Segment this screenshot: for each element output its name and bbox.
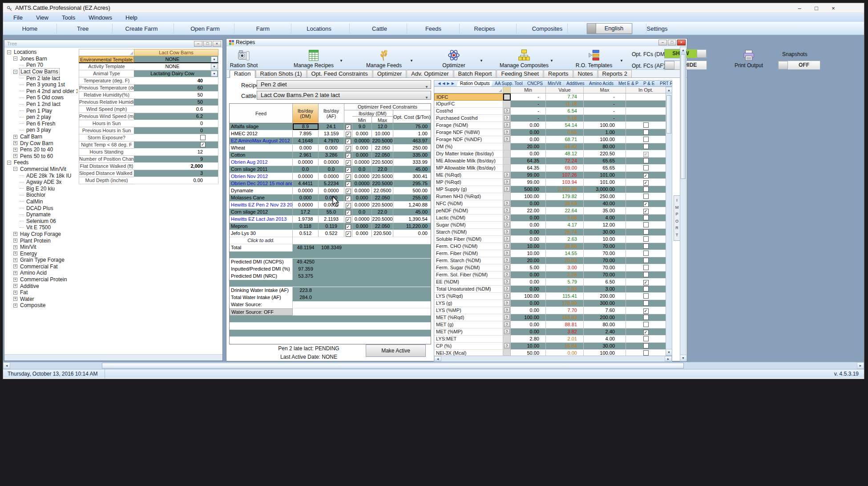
nutrient-help-cell[interactable]: ? [503, 136, 511, 143]
feed-min-cell[interactable]: 0.0000 [352, 173, 372, 180]
feed-max-cell[interactable]: 220.500 [372, 230, 393, 237]
nutrient-row-purchased-cost-hd[interactable]: Purchased Cost/hd?-3.18- [434, 115, 666, 122]
nutrient-in-opt-cell[interactable] [626, 350, 666, 356]
feed-opt-cost-cell[interactable]: 0.00 [393, 230, 431, 237]
toolbar-manage-feeds[interactable]: Manage Feeds [355, 48, 413, 69]
tree-node-pen-3-play[interactable]: pen 3 play [5, 127, 77, 134]
feed-max-cell[interactable]: 22.0500 [372, 187, 393, 194]
nutrient-max-cell[interactable]: 101.00 [584, 172, 626, 179]
feed-opt-cost-cell[interactable]: 1.00 [393, 130, 431, 137]
env-row-value[interactable]: 0.6 [134, 106, 218, 113]
col-header-opt-cost[interactable]: Opt. Cost ($/Ton) [393, 110, 431, 123]
help-icon[interactable]: ? [504, 236, 510, 242]
checkbox-icon-checked[interactable]: ✓ [643, 152, 649, 157]
checkbox-icon-checked[interactable]: ✓ [346, 146, 351, 151]
recipes-restore-icon[interactable]: □ [668, 40, 676, 45]
feed-af-cell[interactable]: 24.1 [319, 123, 344, 130]
tree-node-pen-5-old-cows[interactable]: Pen 5 Old cows [5, 94, 77, 101]
env-row-value[interactable]: ✓ [134, 142, 218, 149]
feed-opt-cost-cell[interactable]: 255.00 [393, 194, 431, 201]
nav-item-recipes[interactable]: Recipes [474, 25, 495, 32]
feed-dm-cell[interactable]: 8.9 [293, 123, 319, 130]
nutrient-help-cell[interactable]: ? [503, 172, 511, 179]
checkbox-icon[interactable] [643, 222, 649, 227]
feed-min-cell[interactable]: 0.0 [352, 209, 372, 215]
click-to-add-row[interactable]: Click to add. [230, 237, 431, 244]
nutrient-in-opt-cell[interactable] [626, 108, 666, 115]
nutrient-tab-met-e-p[interactable]: Met E & P [615, 81, 643, 86]
tree-node-pen-1-play[interactable]: Pen 1 Play [5, 107, 77, 114]
checkbox-icon-checked[interactable]: ✓ [346, 160, 351, 166]
chevron-down-icon[interactable]: ▼ [480, 59, 483, 63]
nutrient-max-cell[interactable]: 4.00 [584, 336, 626, 343]
help-icon[interactable]: ? [504, 179, 510, 185]
tree-node-commercial-min-vit[interactable]: −Commercial Min/Vit [5, 166, 77, 173]
nutrient-max-cell[interactable]: 12.00 [584, 222, 626, 229]
nutrient-help-cell[interactable]: ? [503, 215, 511, 222]
nutrient-max-cell[interactable]: 220.50 [584, 150, 626, 158]
import-tab[interactable]: I M P O R T [674, 195, 680, 241]
feed-row-wheat[interactable]: Wheat0.0000.000✓0.00022.050250.00 [230, 145, 431, 152]
nav-item-farm[interactable]: Farm [256, 25, 270, 32]
nutrient-in-opt-cell[interactable] [626, 250, 666, 257]
help-icon[interactable]: ? [504, 251, 510, 256]
nutrient-in-opt-cell[interactable]: ✓ [626, 200, 666, 207]
nutrient-min-cell[interactable]: 500.00 [511, 186, 546, 193]
nutrient-min-cell[interactable]: - [511, 93, 546, 101]
nutrient-max-cell[interactable]: - [584, 93, 626, 101]
feed-include-cell[interactable]: ✓ [344, 216, 352, 223]
recipes-vertical-scrollbar[interactable]: ▲ ▼ [680, 47, 686, 361]
nutrient-in-opt-cell[interactable] [626, 229, 666, 236]
collapse-icon[interactable]: − [7, 161, 11, 165]
tree-node-dcad-plus[interactable]: DCAD Plus [5, 205, 77, 211]
feed-include-cell[interactable]: ✓ [344, 209, 352, 215]
nutrient-max-cell[interactable]: 100.00 [584, 136, 626, 143]
nutrient-help-cell[interactable]: ? [503, 243, 511, 250]
tree-node-plant-protein[interactable]: +Plant Protein [5, 237, 77, 244]
checkbox-icon[interactable] [643, 194, 649, 199]
feed-max-cell[interactable]: 220.5000 [372, 173, 393, 180]
checkbox-icon-checked[interactable]: ✓ [346, 174, 351, 180]
tree-node-pen-3-young-1st[interactable]: Pen 3 young 1st [5, 81, 77, 88]
nutrient-row-lys-mp[interactable]: LYS (%MP)?0.007.707.60✓ [434, 307, 666, 314]
feed-row-ez-aminomax-august-2012[interactable]: EZ AminoMax August 20124.16484.7970✓0.00… [230, 138, 431, 145]
feed-opt-cost-cell[interactable]: 45.00 [393, 166, 431, 173]
tree-node-pens-50-to-60[interactable]: +Pens 50 to 60 [5, 153, 77, 160]
feed-opt-cost-cell[interactable]: 75.00 [393, 123, 431, 130]
nutrient-min-cell[interactable]: 0.00 [511, 122, 546, 129]
nutrient-help-cell[interactable]: ? [503, 207, 511, 215]
nutrient-in-opt-cell[interactable] [626, 271, 666, 279]
nutrient-help-cell[interactable]: ? [503, 343, 511, 350]
collapse-icon[interactable]: − [7, 50, 11, 54]
col-header-af[interactable]: lbs/day (AF) [319, 104, 344, 123]
nutrient-in-opt-cell[interactable] [626, 136, 666, 143]
nutrient-min-cell[interactable]: 64.35 [511, 165, 546, 172]
nutrient-row-lys-g[interactable]: LYS (g)?0.00178.90300.00 [434, 300, 666, 307]
tree-node-energy[interactable]: +Energy [5, 250, 77, 257]
nutrient-in-opt-cell[interactable] [626, 129, 666, 136]
nutrient-min-cell[interactable]: 5.00 [511, 264, 546, 271]
click-to-add-label[interactable]: Click to add. [230, 237, 293, 244]
nutrient-max-cell[interactable]: 101.00 [584, 179, 626, 186]
feed-min-cell[interactable]: 0.000 [352, 152, 372, 158]
feed-max-cell[interactable]: 220.5000 [372, 216, 393, 223]
feed-max-cell[interactable]: 22.0 [372, 166, 393, 173]
snapshots-toggle[interactable]: OFF [778, 61, 820, 70]
expand-icon[interactable]: + [13, 284, 17, 288]
checkbox-icon-checked[interactable]: ✓ [346, 153, 351, 158]
nutrient-in-opt-cell[interactable] [626, 165, 666, 172]
checkbox-icon[interactable] [643, 243, 649, 249]
nutrient-min-cell[interactable]: 50.00 [511, 350, 546, 356]
feed-dm-cell[interactable]: 0.118 [293, 223, 319, 230]
feed-min-cell[interactable]: 0.000 [352, 223, 372, 230]
nutrient-min-cell[interactable]: 64.35 [511, 158, 546, 165]
tree-node-feeds[interactable]: −Feeds [5, 159, 77, 166]
help-icon[interactable]: ? [504, 258, 510, 263]
expand-icon[interactable]: + [13, 291, 17, 295]
nutrient-min-cell[interactable]: 0.00 [511, 328, 546, 336]
checkbox-icon[interactable] [643, 322, 649, 327]
nutrient-help-cell[interactable]: ? [503, 264, 511, 271]
checkbox-icon-checked[interactable]: ✓ [346, 210, 351, 215]
nutrient-header-min[interactable]: Min [511, 87, 546, 93]
nutrient-min-cell[interactable]: - [511, 108, 546, 115]
